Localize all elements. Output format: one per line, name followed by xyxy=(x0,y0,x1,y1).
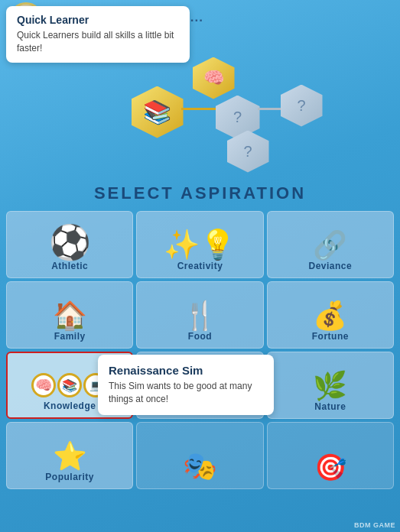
knowledge-icon-brain: 🧠 xyxy=(31,373,56,397)
tooltip-title: Quick Learner xyxy=(17,14,179,26)
deviance-icon: 🔗 xyxy=(313,232,347,259)
asp-cell-creativity[interactable]: ✨💡 Creativity xyxy=(136,211,263,278)
trait-tree: 🧠 📚 ? ? ? xyxy=(0,47,400,189)
athletic-label: Athletic xyxy=(51,261,88,271)
brain-hex: 🧠 xyxy=(193,57,235,99)
asp-cell-food[interactable]: 🍴 Food xyxy=(136,281,263,349)
tooltip-body: Quick Learners build all skills a little… xyxy=(17,29,179,55)
question-hex-3: ? xyxy=(227,131,269,173)
asp-cell-popularity[interactable]: ⭐ Popularity xyxy=(6,422,133,489)
food-label: Food xyxy=(188,331,212,342)
deviance-label: Deviance xyxy=(308,261,352,271)
nature-icon: 🌿 xyxy=(313,372,347,400)
asp-cell-nature[interactable]: 🌿 Nature xyxy=(267,352,394,419)
fortune-icon: 💰 xyxy=(313,302,347,329)
asp-cell-deviance[interactable]: 🔗 Deviance xyxy=(267,211,394,278)
food-icon: 🍴 xyxy=(183,302,217,329)
athletic-icon: ⚽ xyxy=(49,225,91,259)
asp-cell-athletic[interactable]: ⚽ Athletic xyxy=(6,211,133,278)
knowledge-icons: 🧠 📚 💻 xyxy=(31,373,108,397)
empty-icon-2: 🎯 xyxy=(314,452,346,482)
section-title: Select Aspiration xyxy=(0,183,400,203)
book-hex: 📚 xyxy=(132,86,184,138)
hex-container: 🧠 📚 ? ? ? xyxy=(86,57,315,180)
quick-learner-tooltip: Quick Learner Quick Learners build all s… xyxy=(6,6,190,63)
renaissance-popup-title: Renaissance Sim xyxy=(109,364,263,377)
empty-icon-1: 🎭 xyxy=(183,450,217,482)
fortune-label: Fortune xyxy=(312,331,349,342)
asp-cell-fortune[interactable]: 💰 Fortune xyxy=(267,281,394,349)
asp-cell-family[interactable]: 🏠 Family xyxy=(6,281,133,349)
asp-cell-empty1: 🎭 xyxy=(136,422,263,489)
question-hex-2: ? xyxy=(281,85,323,127)
creativity-icon: ✨💡 xyxy=(164,230,236,259)
nature-label: Nature xyxy=(314,401,346,412)
popularity-icon: ⭐ xyxy=(53,443,87,470)
aspiration-grid: ⚽ Athletic ✨💡 Creativity 🔗 Deviance 🏠 Fa… xyxy=(6,211,394,489)
family-label: Family xyxy=(54,331,86,342)
knowledge-icon-book: 📚 xyxy=(57,373,82,397)
asp-cell-empty2: 🎯 xyxy=(267,422,394,489)
renaissance-popup-body: This Sim wants to be good at many things… xyxy=(109,380,263,406)
knowledge-label: Knowledge xyxy=(44,401,96,411)
asp-cell-knowledge[interactable]: 🧠 📚 💻 Knowledge Renaissance Sim This Sim… xyxy=(6,352,133,419)
connector-1 xyxy=(181,108,220,110)
creativity-label: Creativity xyxy=(177,261,223,271)
popularity-label: Popularity xyxy=(45,472,94,482)
watermark: BDM GAME xyxy=(354,521,395,529)
family-icon: 🏠 xyxy=(53,302,87,329)
renaissance-popup: Renaissance Sim This Sim wants to be goo… xyxy=(98,355,274,415)
